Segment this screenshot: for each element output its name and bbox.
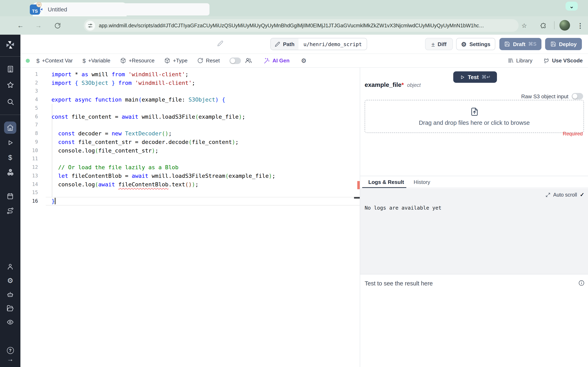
- line-number: 9: [20, 139, 42, 145]
- path-button[interactable]: Path u/henri/demo_script: [270, 38, 367, 50]
- script-title: Untitled: [48, 6, 205, 13]
- gear-icon: ⚙: [7, 277, 13, 284]
- add-resource-button[interactable]: +Resource: [120, 58, 154, 64]
- code-line[interactable]: 16}: [20, 197, 360, 206]
- bookmark-star-icon[interactable]: ☆: [521, 22, 527, 29]
- ai-gen-button[interactable]: AI Gen: [263, 57, 290, 64]
- logs-tabbar: Logs & Result History: [360, 176, 588, 188]
- code-text: }: [42, 198, 55, 204]
- forward-icon[interactable]: →: [35, 22, 42, 29]
- active-tab-underline: [362, 187, 406, 188]
- collab-mode-toggle[interactable]: [229, 57, 241, 64]
- site-settings-icon[interactable]: [85, 21, 95, 30]
- code-line[interactable]: 3: [20, 87, 360, 95]
- line-number: 2: [20, 80, 42, 85]
- deploy-button[interactable]: Deploy: [545, 38, 582, 50]
- edit-title-pencil-icon[interactable]: [217, 40, 223, 47]
- plus-minus-icon: ±: [432, 41, 435, 48]
- scrollbar-cursor-marker[interactable]: [354, 197, 360, 198]
- sidebar-item-help[interactable]: ?: [3, 345, 17, 355]
- profile-avatar[interactable]: [559, 20, 570, 31]
- library-button[interactable]: Library: [508, 58, 532, 64]
- code-line[interactable]: 11: [20, 155, 360, 163]
- sidebar-item-audit-logs[interactable]: [3, 315, 17, 329]
- draft-button[interactable]: Draft ⌘S: [499, 38, 541, 50]
- tab-search-button[interactable]: ⌄: [566, 2, 578, 11]
- tab-logs-result[interactable]: Logs & Result: [368, 179, 404, 185]
- test-label: Test: [468, 74, 479, 80]
- sidebar-item-runs[interactable]: [3, 136, 17, 150]
- back-icon[interactable]: ←: [17, 22, 24, 29]
- scrollbar-error-marker[interactable]: [357, 181, 360, 189]
- sidebar-item-home[interactable]: [3, 121, 17, 134]
- result-area: Test to see the result here: [360, 274, 588, 367]
- code-editor[interactable]: 1import * as wmill from 'windmill-client…: [20, 68, 360, 367]
- settings-button[interactable]: ⚙ Settings: [456, 38, 495, 50]
- settings-label: Settings: [469, 41, 490, 47]
- tab-history[interactable]: History: [414, 179, 430, 185]
- auto-scroll-control[interactable]: Auto scroll ✓: [545, 192, 584, 198]
- sidebar-item-workspace[interactable]: [3, 62, 17, 76]
- code-line[interactable]: 7: [20, 121, 360, 129]
- script-title-field[interactable]: Untitled: [44, 3, 209, 16]
- auto-scroll-label: Auto scroll: [553, 192, 577, 198]
- code-line[interactable]: 10 console.log(file_content_str);: [20, 146, 360, 155]
- add-variable-button[interactable]: $ +Variable: [82, 57, 110, 64]
- sidebar-item-users[interactable]: [3, 260, 17, 274]
- users-icon[interactable]: [245, 57, 252, 64]
- code-line[interactable]: 5: [20, 104, 360, 112]
- code-line[interactable]: 15: [20, 188, 360, 197]
- sidebar-item-flows[interactable]: [3, 204, 17, 218]
- use-vscode-button[interactable]: Use VScode: [543, 57, 583, 64]
- sidebar-item-settings[interactable]: ⚙: [3, 274, 17, 287]
- status-dot: [26, 58, 30, 63]
- diff-button[interactable]: ± Diff: [425, 38, 453, 50]
- windmill-logo[interactable]: [3, 38, 17, 52]
- sidebar-item-resources[interactable]: [3, 165, 17, 179]
- code-text: console.log(file_content_str);: [42, 147, 158, 154]
- code-text: // Or load the file lazily as a Blob: [42, 164, 178, 170]
- sidebar-item-workers[interactable]: [3, 287, 17, 301]
- reload-icon[interactable]: [54, 22, 61, 29]
- line-number: 13: [20, 173, 42, 179]
- code-line[interactable]: 2import { S3Object } from 'windmill-clie…: [20, 78, 360, 87]
- sidebar-item-folders[interactable]: [3, 301, 17, 315]
- add-context-var-button[interactable]: $ +Context Var: [36, 57, 73, 64]
- text-cursor: [55, 198, 55, 204]
- add-type-button[interactable]: +Type: [164, 58, 188, 64]
- gear-icon: ⚙: [301, 58, 306, 64]
- line-number: 8: [20, 131, 42, 136]
- sidebar-item-schedules[interactable]: [3, 189, 17, 203]
- url-address-bar[interactable]: app.windmill.dev/scripts/add#JTdCJTIyaGF…: [84, 19, 519, 32]
- code-line[interactable]: 6const file_content = await wmill.loadS3…: [20, 112, 360, 121]
- sidebar-item-variables[interactable]: $: [3, 150, 17, 164]
- line-number: 7: [20, 122, 42, 128]
- line-number: 11: [20, 156, 42, 162]
- code-line[interactable]: 4export async function main(example_file…: [20, 95, 360, 104]
- code-line[interactable]: 1import * as wmill from 'windmill-client…: [20, 70, 360, 78]
- add-variable-label: +Variable: [88, 58, 111, 64]
- dropzone-label: Drag and drop files here or click to bro…: [419, 119, 530, 126]
- code-line[interactable]: 9 const file_content_str = decoder.decod…: [20, 138, 360, 146]
- no-logs-message: No logs are available yet: [365, 205, 441, 211]
- navbar-divider: [554, 21, 554, 29]
- code-line[interactable]: 14 console.log(await fileContentBlob.tex…: [20, 180, 360, 189]
- file-dropzone[interactable]: Drag and drop files here or click to bro…: [365, 100, 584, 133]
- code-line[interactable]: 12 // Or load the file lazily as a Blob: [20, 163, 360, 172]
- sidebar-item-search[interactable]: [3, 95, 17, 108]
- browser-menu-icon[interactable]: ⋮: [577, 22, 584, 29]
- info-icon[interactable]: [578, 280, 585, 286]
- extensions-puzzle-icon[interactable]: [540, 22, 546, 29]
- add-resource-label: +Resource: [129, 58, 154, 64]
- raw-s3-toggle[interactable]: [572, 93, 583, 100]
- code-line[interactable]: 13 let fileContentBlob = await wmill.loa…: [20, 171, 360, 180]
- raw-s3-input-row: Raw S3 object input: [521, 93, 583, 100]
- sidebar-item-favorites[interactable]: [3, 78, 17, 92]
- save-icon: [550, 41, 556, 47]
- code-line[interactable]: 8 const decoder = new TextDecoder();: [20, 129, 360, 138]
- edit-path-pencil-icon: [275, 42, 280, 47]
- editor-settings-gear-icon[interactable]: ⚙: [301, 58, 306, 64]
- test-button[interactable]: Test ⌘↵: [453, 71, 497, 83]
- reset-button[interactable]: Reset: [197, 58, 220, 64]
- sidebar-expand-arrow-icon[interactable]: →: [3, 354, 17, 364]
